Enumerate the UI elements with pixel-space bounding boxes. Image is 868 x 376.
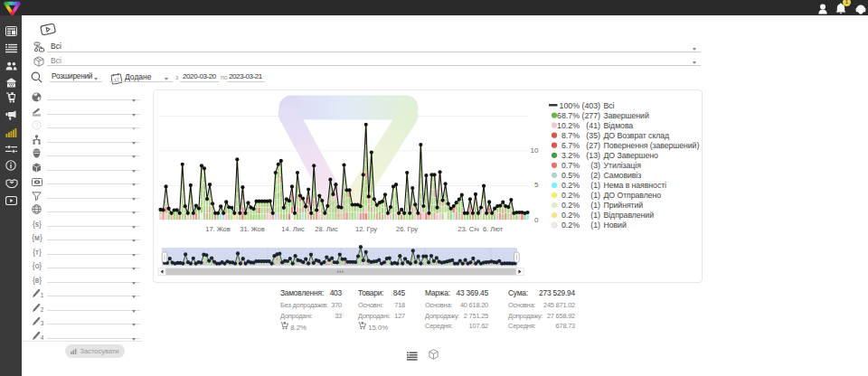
svg-text:(1): (1) <box>590 201 600 210</box>
svg-text:Утилізація: Утилізація <box>604 161 642 170</box>
svg-text:6. Лют: 6. Лют <box>483 225 504 233</box>
svg-text:3.2%: 3.2% <box>561 151 580 160</box>
svg-text:(27): (27) <box>586 141 600 150</box>
svg-text:(403): (403) <box>581 101 600 110</box>
svg-text:(1): (1) <box>590 211 600 220</box>
svg-text:{о}: {о} <box>33 261 42 270</box>
svg-text:23. Січ: 23. Січ <box>458 225 479 233</box>
svg-text:Самовивіз: Самовивіз <box>604 171 642 180</box>
svg-text:5: 5 <box>534 181 539 189</box>
svg-text:6.7%: 6.7% <box>561 141 580 150</box>
svg-text:17. Жов: 17. Жов <box>205 225 231 233</box>
svg-text:Прийнятий: Прийнятий <box>604 201 644 210</box>
svg-text:Новий: Новий <box>604 221 627 230</box>
svg-text:1: 1 <box>41 292 44 298</box>
svg-text:3: 3 <box>41 320 44 326</box>
svg-text:0.2%: 0.2% <box>561 191 580 200</box>
svg-text:2: 2 <box>41 306 44 313</box>
svg-text:{м}: {м} <box>32 233 42 242</box>
svg-text:(277): (277) <box>581 111 600 120</box>
svg-text:8.7%: 8.7% <box>561 131 580 140</box>
svg-text:68.7%: 68.7% <box>557 111 580 120</box>
svg-text:(1): (1) <box>590 221 600 230</box>
svg-text:{в}: {в} <box>33 276 42 285</box>
svg-text:ДО Отправлено: ДО Отправлено <box>604 191 662 200</box>
svg-text:Нема в наявності: Нема в наявності <box>604 181 667 190</box>
svg-text:0: 0 <box>534 216 539 224</box>
svg-text:(3): (3) <box>590 161 600 170</box>
svg-text:Всі: Всі <box>604 101 615 110</box>
svg-text:26. Гру: 26. Гру <box>396 225 418 233</box>
svg-text:(1): (1) <box>590 191 600 200</box>
svg-text:ДО Завершено: ДО Завершено <box>604 151 659 160</box>
svg-text:28. Лис: 28. Лис <box>315 225 338 233</box>
svg-text:0.5%: 0.5% <box>561 171 580 180</box>
svg-text:100%: 100% <box>560 101 580 110</box>
svg-text:Завершений: Завершений <box>604 111 649 120</box>
svg-text:10: 10 <box>531 146 539 155</box>
svg-text:0.2%: 0.2% <box>561 221 580 230</box>
svg-text:(1): (1) <box>590 181 600 190</box>
svg-text:Відправлений: Відправлений <box>604 211 655 220</box>
svg-text:14. Лис: 14. Лис <box>281 225 305 233</box>
svg-text:Відмова: Відмова <box>604 121 634 130</box>
svg-text:(35): (35) <box>586 131 600 140</box>
svg-text:ДО Возврат склад: ДО Возврат склад <box>604 131 670 140</box>
svg-text:10.2%: 10.2% <box>557 121 580 130</box>
svg-text:(13): (13) <box>586 151 600 160</box>
svg-text:31. Жов: 31. Жов <box>240 225 265 233</box>
svg-text:0.2%: 0.2% <box>561 211 580 220</box>
svg-text:12. Гру: 12. Гру <box>355 225 377 233</box>
svg-text:{т}: {т} <box>33 248 42 257</box>
svg-text:(2): (2) <box>590 171 600 180</box>
svg-text:0.7%: 0.7% <box>561 161 580 170</box>
svg-text:(41): (41) <box>586 121 600 130</box>
svg-text:0.2%: 0.2% <box>561 181 580 190</box>
svg-text:4: 4 <box>41 334 44 341</box>
svg-text:?: ? <box>35 122 39 128</box>
svg-text:Повернення (завершений): Повернення (завершений) <box>604 141 700 150</box>
svg-text:0.2%: 0.2% <box>561 201 580 210</box>
svg-text:{s}: {s} <box>33 220 42 229</box>
